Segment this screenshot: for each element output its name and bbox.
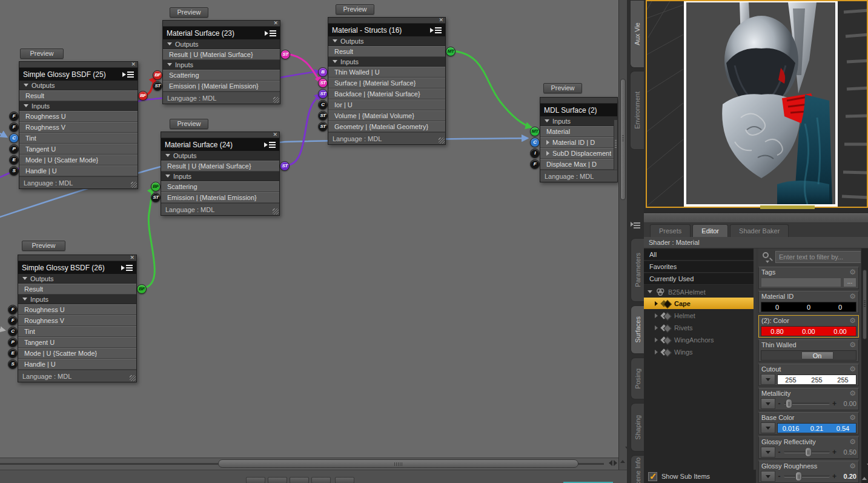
node-title-bar[interactable]: MDL Surface (2) xyxy=(540,104,617,116)
gear-icon[interactable]: ⚙ xyxy=(849,438,856,445)
port-point-icon[interactable]: P xyxy=(8,338,18,347)
row-mode[interactable]: EMode | U {Scatter Mode} xyxy=(19,155,137,165)
row-emission[interactable]: STEmission | {Material Emission} xyxy=(161,192,279,203)
gear-icon[interactable]: ⚙ xyxy=(849,317,856,324)
row-roughness-v[interactable]: FRoughness V xyxy=(19,122,137,133)
gear-icon[interactable]: ⚙ xyxy=(849,462,856,470)
port-result-icon[interactable]: BF xyxy=(137,284,147,294)
dropdown-button[interactable] xyxy=(761,398,775,409)
scroll-up-icon[interactable] xyxy=(620,450,625,463)
node-menu-icon[interactable] xyxy=(121,264,133,271)
close-icon[interactable]: ✕ xyxy=(131,61,136,68)
port-string-icon[interactable]: S xyxy=(9,166,19,176)
port-struct-icon[interactable]: ST xyxy=(318,89,328,99)
dropdown-button[interactable] xyxy=(761,422,775,433)
base-color-value[interactable]: 0.016 0.21 0.54 xyxy=(777,423,856,433)
port-color-icon[interactable]: C xyxy=(318,100,328,110)
port-bsdf-icon[interactable]: BF xyxy=(153,70,162,80)
filter-input[interactable] xyxy=(775,251,861,263)
tree-item-winganchors[interactable]: WingAnchors xyxy=(644,334,754,345)
node-scrollbar[interactable] xyxy=(614,120,617,170)
node-menu-icon[interactable] xyxy=(264,141,276,148)
row-geometry[interactable]: STGeometry | {Material Geometry} xyxy=(328,121,445,132)
toolbar-button[interactable] xyxy=(311,477,331,483)
row-roughness-u[interactable]: FRoughness U xyxy=(18,304,136,315)
material-id-value[interactable]: 0 0 0 xyxy=(761,302,856,312)
tags-input[interactable] xyxy=(761,278,841,287)
tree-item-rivets[interactable]: Rivets xyxy=(644,322,754,333)
search-icon[interactable] xyxy=(763,252,769,258)
glossy-reflectivity-slider[interactable]: - + xyxy=(777,448,837,456)
port-float-icon[interactable]: F xyxy=(8,316,18,325)
port-point-icon[interactable]: P xyxy=(9,144,19,154)
tab-editor[interactable]: Editor xyxy=(692,224,728,237)
tags-browse-button[interactable]: ... xyxy=(843,278,856,287)
toolbar-button[interactable] xyxy=(268,477,287,483)
row-result[interactable]: Result | U {Material Surface}ST xyxy=(161,161,279,172)
metallicity-slider[interactable]: - + xyxy=(777,399,837,408)
node-graph-canvas[interactable]: Preview Preview Preview Preview Preview … xyxy=(0,0,627,483)
scroll-down-icon[interactable] xyxy=(625,447,627,460)
collapse-icon[interactable] xyxy=(648,290,652,293)
row-mode[interactable]: EMode | U {Scatter Mode} xyxy=(18,348,136,359)
row-emission[interactable]: STEmission | {Material Emission} xyxy=(163,81,280,92)
row-scattering[interactable]: BFScattering xyxy=(161,181,279,192)
row-tint[interactable]: CTint xyxy=(19,133,137,144)
toolbar-button[interactable] xyxy=(335,477,354,483)
inputs-group-header[interactable]: Inputs xyxy=(540,116,617,126)
search-options-icon[interactable] xyxy=(766,261,769,263)
side-tab-environment[interactable]: Environment xyxy=(630,71,644,150)
preview-button[interactable]: Preview xyxy=(170,7,208,18)
outputs-group-header[interactable]: Outputs xyxy=(161,151,279,161)
pane-splitter[interactable] xyxy=(644,213,868,223)
aux-viewport[interactable] xyxy=(644,0,868,213)
resize-grip[interactable] xyxy=(273,97,279,103)
gear-icon[interactable]: ⚙ xyxy=(849,268,856,276)
row-result[interactable]: ResultBF xyxy=(18,284,136,295)
port-float-icon[interactable]: F xyxy=(9,112,19,121)
slider-thumb[interactable] xyxy=(786,399,792,408)
vertical-scrollbar[interactable] xyxy=(618,0,627,470)
node-mdl-surface-2[interactable]: MDL Surface (2) Inputs MTMaterial CMater… xyxy=(540,97,618,182)
list-item-favorites[interactable]: Favorites xyxy=(644,261,754,273)
port-material-icon[interactable]: MT xyxy=(530,127,540,136)
preview-button[interactable]: Preview xyxy=(22,241,65,251)
node-simple-glossy-bsdf-26[interactable]: ✕ Simple Glossy BSDF (26) Outputs Result… xyxy=(18,255,137,382)
port-struct-icon[interactable]: ST xyxy=(153,81,162,91)
inputs-group-header[interactable]: Inputs xyxy=(163,60,280,70)
port-float-icon[interactable]: F xyxy=(9,122,19,132)
side-tab-surfaces[interactable]: Surfaces xyxy=(631,305,644,354)
expand-icon[interactable] xyxy=(546,151,549,156)
row-backface[interactable]: STBackface | {Material Surface} xyxy=(328,88,445,99)
port-struct-icon[interactable]: ST xyxy=(318,111,328,121)
scroll-left-icon[interactable] xyxy=(609,460,612,466)
node-menu-icon[interactable] xyxy=(430,27,442,34)
thin-walled-toggle[interactable]: On xyxy=(761,350,856,361)
port-bool-icon[interactable]: B xyxy=(318,67,328,77)
gear-icon[interactable]: ⚙ xyxy=(849,365,856,373)
port-result-icon[interactable]: ST xyxy=(280,161,290,171)
outputs-group-header[interactable]: Outputs xyxy=(18,274,136,284)
node-title-bar[interactable]: Material - Structs (16) xyxy=(328,24,445,36)
node-menu-icon[interactable] xyxy=(122,71,134,78)
side-tab-shaping[interactable]: Shaping xyxy=(631,403,644,451)
row-handle[interactable]: SHandle | U xyxy=(18,359,136,370)
horizontal-scrollbar[interactable] xyxy=(0,458,618,470)
outputs-group-header[interactable]: Outputs xyxy=(163,39,280,49)
port-color-icon[interactable]: C xyxy=(530,138,540,147)
node-title-bar[interactable]: Simple Glossy BSDF (25) xyxy=(19,68,137,81)
port-struct-icon[interactable]: ST xyxy=(151,193,161,202)
row-result[interactable]: ResultBF xyxy=(19,90,137,101)
toolbar-button[interactable] xyxy=(246,477,265,483)
vertical-scroll-thumb[interactable] xyxy=(620,79,626,200)
outputs-group-header[interactable]: Outputs xyxy=(328,36,445,46)
tree-item-wings[interactable]: Wings xyxy=(644,346,754,358)
row-subd-displacement[interactable]: ISubD Displacement L xyxy=(540,148,617,159)
tree-item-cape[interactable]: Cape xyxy=(644,298,754,309)
inputs-group-header[interactable]: Inputs xyxy=(161,172,279,181)
tab-presets[interactable]: Presets xyxy=(650,224,691,237)
cutout-value[interactable]: 255 255 255 xyxy=(777,375,856,385)
preview-button[interactable]: Preview xyxy=(170,119,208,129)
expand-icon[interactable] xyxy=(655,350,658,355)
expand-icon[interactable] xyxy=(546,140,549,145)
